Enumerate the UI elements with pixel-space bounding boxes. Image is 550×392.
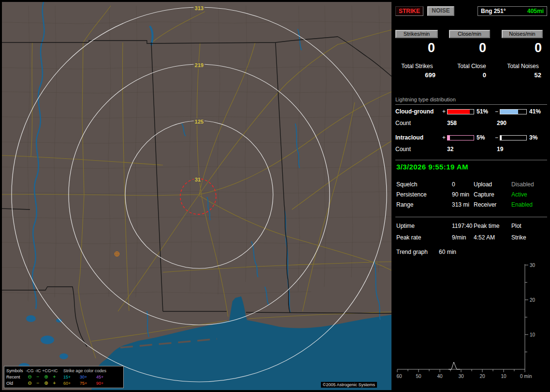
y-axis-ticks xyxy=(525,265,528,352)
total-strikes-label: Total Strikes xyxy=(395,63,439,70)
intracloud-count-row: Count 32 19 xyxy=(395,146,548,153)
count-label: Count xyxy=(395,120,411,126)
total-noises-label: Total Noises xyxy=(501,63,545,70)
ic-plus-count: 32 xyxy=(447,146,453,153)
cloud-ground-row: Cloud-ground + 51% − 41% xyxy=(395,108,548,115)
recent-pos-ic-icon: + xyxy=(50,374,58,379)
x-tick-20: 20 xyxy=(479,374,485,379)
upload-label: Upload xyxy=(474,181,511,188)
cloud-ground-count-row: Count 358 290 xyxy=(395,120,548,126)
minus-sign: − xyxy=(493,108,500,115)
session-stats-table: Uptime 1197:40 Peak time Plot Peak rate … xyxy=(396,223,547,241)
ic-plus-percent: 5% xyxy=(474,134,493,141)
upload-status: Disabled xyxy=(511,181,547,188)
total-strikes-value: 699 xyxy=(395,71,435,79)
peak-time-label: Peak time xyxy=(474,223,511,229)
old-neg-cg-icon: ⊖ xyxy=(26,380,34,386)
y-tick-20: 20 xyxy=(530,297,536,303)
y-tick-30: 30 xyxy=(530,263,536,268)
noise-toggle-button[interactable]: NOISE xyxy=(427,6,454,16)
recent-pos-cg-icon: ⊕ xyxy=(42,374,50,379)
noises-per-min-button[interactable]: Noises/min xyxy=(502,30,543,38)
uptime-label: Uptime xyxy=(396,223,452,229)
squelch-value: 0 xyxy=(452,181,474,188)
cg-plus-percent: 51% xyxy=(474,108,493,115)
distribution-section-title: Lightning type distribution xyxy=(395,97,547,105)
plot-value: Strike xyxy=(511,234,547,241)
status-panel: STRIKE NOISE Bng 251° 405mi Strikes/min … xyxy=(395,0,548,392)
x-tick-30: 30 xyxy=(458,374,464,379)
cloud-ground-label: Cloud-ground xyxy=(395,108,441,115)
close-per-min-value: 0 xyxy=(447,41,486,56)
bearing-range-indicator: Bng 251° 405mi xyxy=(478,6,547,16)
trend-series-spike xyxy=(449,362,460,369)
cg-minus-bar xyxy=(500,109,527,114)
strike-map[interactable]: 313 219 125 31 xyxy=(2,2,391,390)
x-tick-40: 40 xyxy=(437,374,443,379)
minus-sign: − xyxy=(493,134,500,141)
age-30: 30+ xyxy=(80,375,96,379)
ring-label-31: 31 xyxy=(195,177,201,182)
squelch-label: Squelch xyxy=(396,181,452,188)
cg-minus-percent: 41% xyxy=(527,108,546,115)
close-per-min-button[interactable]: Close/min xyxy=(449,30,490,38)
recent-age-codes: 15+ 30+ 45+ xyxy=(63,375,113,379)
legend-symbols-title: Symbols xyxy=(6,368,26,373)
persistence-value: 90 min xyxy=(452,191,474,198)
x-tick-0: 0 min xyxy=(520,374,532,379)
old-pos-ic-icon: + xyxy=(50,380,58,386)
age-15: 15+ xyxy=(63,375,80,379)
legend-header-row: Symbols -CG -IC +CG +IC Strike age color… xyxy=(6,367,121,374)
persistence-label: Persistence xyxy=(396,191,452,198)
y-tick-10: 10 xyxy=(530,332,536,337)
legend-col-pcg: +CG xyxy=(42,368,50,373)
age-60: 60+ xyxy=(63,381,80,386)
ic-minus-bar xyxy=(500,135,527,140)
x-tick-60: 60 xyxy=(396,374,402,379)
map-legend: Symbols -CG -IC +CG +IC Strike age color… xyxy=(4,366,124,388)
ic-minus-percent: 3% xyxy=(527,134,546,141)
age-75: 75+ xyxy=(80,381,96,386)
receiver-label: Receiver xyxy=(474,201,511,208)
range-label: Range xyxy=(396,201,452,208)
x-tick-50: 50 xyxy=(416,374,421,379)
legend-col-nic: -IC xyxy=(34,368,42,373)
recent-neg-ic-icon: − xyxy=(34,374,42,379)
capture-status: Active xyxy=(511,191,547,198)
trend-graph-label: Trend graph xyxy=(396,249,428,255)
ring-label-219: 219 xyxy=(195,62,203,68)
receiver-status: Enabled xyxy=(511,201,547,208)
ring-label-125: 125 xyxy=(195,119,203,125)
plot-label: Plot xyxy=(511,223,547,229)
total-noises-value: 52 xyxy=(501,71,541,79)
bearing-value: Bng 251° xyxy=(481,8,506,14)
datetime-display: 3/3/2026 9:55:19 AM xyxy=(396,163,468,171)
peak-time-value: 4:52 AM xyxy=(474,234,511,241)
age-90: 90+ xyxy=(96,381,113,386)
legend-old-label: Old xyxy=(6,381,26,386)
legend-age-title: Strike age color codes xyxy=(63,368,106,373)
old-neg-ic-icon: − xyxy=(34,380,42,386)
divider xyxy=(395,160,547,160)
intracloud-row: Intracloud + 5% − 3% xyxy=(395,134,548,141)
divider xyxy=(395,217,547,217)
intracloud-label: Intracloud xyxy=(395,134,441,141)
receiver-status-table: Squelch 0 Upload Disabled Persistence 90… xyxy=(396,181,547,208)
strikes-per-min-button[interactable]: Strikes/min xyxy=(395,30,438,38)
uptime-value: 1197:40 xyxy=(452,223,474,229)
legend-col-ncg: -CG xyxy=(26,368,34,373)
legend-recent-label: Recent xyxy=(6,375,26,379)
old-age-codes: 60+ 75+ 90+ xyxy=(63,381,113,386)
ic-minus-count: 19 xyxy=(497,146,503,153)
ring-label-313: 313 xyxy=(195,5,203,11)
copyright-text: ©2005 Astrogenic Systems xyxy=(321,382,377,388)
lightning-map-panel: 313 219 125 31 Symbols -CG -IC +CG +IC S… xyxy=(2,2,391,390)
x-tick-10: 10 xyxy=(501,374,507,379)
capture-label: Capture xyxy=(474,191,511,198)
total-close-value: 0 xyxy=(452,71,486,79)
peak-rate-label: Peak rate xyxy=(396,234,452,241)
legend-col-pic: +IC xyxy=(50,368,58,373)
ic-plus-bar xyxy=(447,135,474,140)
strike-toggle-button[interactable]: STRIKE xyxy=(395,6,423,16)
noises-per-min-value: 0 xyxy=(502,41,542,56)
